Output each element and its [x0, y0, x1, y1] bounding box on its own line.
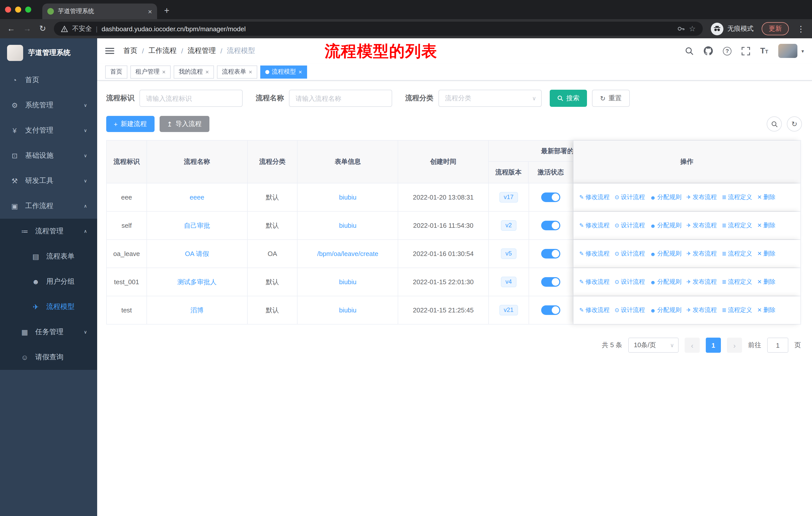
active-status-toggle[interactable] [541, 305, 560, 315]
process-name-link[interactable]: 滔博 [190, 306, 203, 315]
address-bar[interactable]: 不安全 | dashboard.yudao.iocoder.cn/bpm/man… [54, 22, 703, 36]
process-name-link[interactable]: 测试多审批人 [177, 277, 216, 287]
tag-my-process[interactable]: 我的流程 × [174, 65, 214, 78]
action-definition[interactable]: ≣流程定义 [722, 278, 752, 286]
action-definition[interactable]: ≣流程定义 [722, 193, 752, 201]
page-size-select[interactable]: 10条/页 ∨ [628, 337, 678, 353]
active-status-toggle[interactable] [541, 192, 560, 202]
process-category-select[interactable]: 流程分类 ∨ [438, 90, 542, 107]
font-size-icon[interactable]: TT [760, 46, 768, 55]
action-publish[interactable]: ✈发布流程 [687, 221, 717, 230]
bookmark-star-icon[interactable]: ☆ [689, 24, 696, 33]
action-delete[interactable]: ✕删除 [757, 278, 775, 286]
action-design[interactable]: ⊙设计流程 [615, 193, 645, 201]
breadcrumb-workflow[interactable]: 工作流程 [148, 46, 177, 55]
form-info-link[interactable]: biubiu [339, 278, 356, 286]
hamburger-icon[interactable] [105, 48, 114, 54]
close-window-button[interactable] [5, 6, 11, 12]
github-icon[interactable] [704, 46, 713, 55]
sidebar-item-leave-query[interactable]: ☺ 请假查询 [0, 345, 97, 370]
action-delete[interactable]: ✕删除 [757, 221, 775, 230]
create-process-button[interactable]: + 新建流程 [106, 116, 154, 132]
action-edit[interactable]: ✎修改流程 [579, 249, 609, 258]
search-icon[interactable] [685, 47, 694, 55]
active-status-toggle[interactable] [541, 221, 560, 230]
goto-page-input[interactable] [767, 337, 788, 353]
action-edit[interactable]: ✎修改流程 [579, 278, 609, 286]
tag-home[interactable]: 首页 [105, 65, 127, 78]
user-avatar[interactable] [778, 44, 798, 58]
close-icon[interactable]: × [298, 68, 302, 75]
tag-tenant[interactable]: 租户管理 × [130, 65, 171, 78]
action-edit[interactable]: ✎修改流程 [579, 306, 609, 315]
action-delete[interactable]: ✕删除 [757, 249, 775, 258]
url-text[interactable]: dashboard.yudao.iocoder.cn/bpm/manager/m… [102, 25, 673, 32]
action-publish[interactable]: ✈发布流程 [687, 306, 717, 315]
reset-button[interactable]: ↻ 重置 [592, 90, 630, 107]
process-name-link[interactable]: OA 请假 [185, 249, 209, 258]
help-icon[interactable]: ? [723, 47, 731, 55]
action-definition[interactable]: ≣流程定义 [722, 221, 752, 230]
action-assign-rule[interactable]: ☻分配规则 [650, 221, 682, 230]
fullscreen-icon[interactable] [742, 47, 750, 55]
password-key-icon[interactable] [677, 25, 685, 33]
process-name-link[interactable]: 自己审批 [184, 221, 210, 230]
action-design[interactable]: ⊙设计流程 [615, 306, 645, 315]
close-icon[interactable]: × [205, 68, 209, 75]
process-name-link[interactable]: eeee [190, 193, 204, 201]
sidebar-item-task-management[interactable]: ▦ 任务管理 ∨ [0, 320, 97, 345]
action-assign-rule[interactable]: ☻分配规则 [650, 278, 682, 286]
minimize-window-button[interactable] [15, 6, 21, 12]
sidebar-item-workflow[interactable]: ▣ 工作流程 ∧ [0, 193, 97, 219]
browser-tab[interactable]: 芋道管理系统 × [42, 3, 157, 19]
sidebar-item-user-group[interactable]: ☻ 用户分组 [0, 269, 97, 294]
app-logo-row[interactable]: 芋道管理系统 [0, 38, 97, 67]
action-definition[interactable]: ≣流程定义 [722, 306, 752, 315]
forward-icon[interactable]: → [23, 25, 31, 33]
browser-update-button[interactable]: 更新 [762, 22, 789, 35]
sidebar-item-payment[interactable]: ¥ 支付管理 ∨ [0, 118, 97, 143]
action-definition[interactable]: ≣流程定义 [722, 249, 752, 258]
breadcrumb-process-management[interactable]: 流程管理 [188, 46, 216, 55]
form-info-link[interactable]: biubiu [339, 193, 356, 201]
action-delete[interactable]: ✕删除 [757, 193, 775, 201]
sidebar-item-devtools[interactable]: ⚒ 研发工具 ∨ [0, 168, 97, 193]
new-tab-button[interactable]: + [164, 5, 169, 16]
sidebar-item-process-form[interactable]: ▤ 流程表单 [0, 244, 97, 269]
close-icon[interactable]: × [249, 68, 252, 75]
sidebar-item-process-model[interactable]: ✈ 流程模型 [0, 294, 97, 320]
action-assign-rule[interactable]: ☻分配规则 [650, 306, 682, 315]
action-publish[interactable]: ✈发布流程 [687, 278, 717, 286]
browser-menu-icon[interactable]: ⋮ [797, 24, 805, 33]
security-label[interactable]: 不安全 [72, 24, 92, 33]
prev-page-button[interactable]: ‹ [685, 337, 700, 353]
sidebar-item-infrastructure[interactable]: ⊡ 基础设施 ∨ [0, 143, 97, 168]
import-process-button[interactable]: ↥ 导入流程 [159, 116, 209, 132]
tab-close-icon[interactable]: × [148, 7, 152, 16]
close-icon[interactable]: × [162, 68, 166, 75]
sidebar-item-system[interactable]: ⚙ 系统管理 ∨ [0, 93, 97, 118]
sidebar-item-process-management[interactable]: ≔ 流程管理 ∧ [0, 219, 97, 244]
action-delete[interactable]: ✕删除 [757, 306, 775, 315]
tag-process-form[interactable]: 流程表单 × [217, 65, 257, 78]
refresh-table-button[interactable]: ↻ [787, 116, 802, 132]
action-edit[interactable]: ✎修改流程 [579, 193, 609, 201]
action-publish[interactable]: ✈发布流程 [687, 249, 717, 258]
active-status-toggle[interactable] [541, 249, 560, 259]
process-key-input[interactable] [140, 90, 243, 107]
form-info-link[interactable]: /bpm/oa/leave/create [317, 250, 378, 257]
next-page-button[interactable]: › [727, 337, 742, 353]
reload-icon[interactable]: ↻ [39, 25, 46, 33]
back-icon[interactable]: ← [7, 25, 15, 33]
sidebar-item-home[interactable]: ◔ 首页 [0, 67, 97, 93]
active-status-toggle[interactable] [541, 277, 560, 287]
action-assign-rule[interactable]: ☻分配规则 [650, 249, 682, 258]
form-info-link[interactable]: biubiu [339, 306, 356, 314]
search-button[interactable]: 搜索 [550, 90, 587, 107]
action-design[interactable]: ⊙设计流程 [615, 278, 645, 286]
tag-process-model[interactable]: 流程模型 × [260, 65, 307, 78]
action-design[interactable]: ⊙设计流程 [615, 221, 645, 230]
current-page[interactable]: 1 [706, 337, 721, 353]
breadcrumb-home[interactable]: 首页 [123, 46, 138, 55]
zoom-window-button[interactable] [25, 6, 31, 12]
